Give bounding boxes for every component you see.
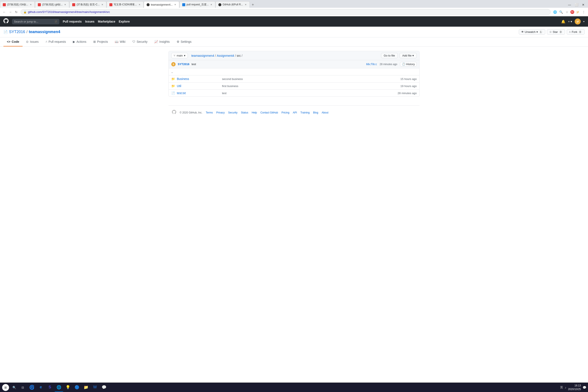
repo-name-link[interactable]: teamassignmen4 [29, 30, 60, 34]
file-row-util: 📁 Util first business 19 hours ago [169, 82, 419, 90]
tab-close-5[interactable]: ✕ [174, 4, 176, 6]
back-button[interactable]: ← [2, 10, 7, 14]
fork-icon: ⑃ [569, 30, 571, 34]
star-count: 0 [559, 30, 563, 34]
tab-favicon-2 [38, 3, 41, 6]
repo-actions: 👁 Unwatch ▾ 1 ☆ Star 0 ⑃ Fork 0 [519, 29, 584, 34]
tab-5[interactable]: teamassignmen4... ✕ [144, 1, 179, 8]
tab-security[interactable]: 🛡 Security [129, 38, 151, 46]
footer-contact-github[interactable]: Contact GitHub [260, 111, 278, 114]
menu-icon[interactable]: ⋮ [581, 10, 586, 14]
repo-owner-link[interactable]: SYT2016 [9, 30, 25, 34]
branch-chevron: ▾ [184, 54, 186, 57]
parent-dir-row[interactable]: .. [169, 68, 419, 76]
file-time-testtxt: 28 minutes ago [398, 92, 417, 95]
tab-close-4[interactable]: ✕ [138, 4, 141, 6]
tab-pull-requests[interactable]: ⑃ Pull requests [42, 38, 70, 46]
footer-security[interactable]: Security [228, 111, 238, 114]
search-icon[interactable]: 🔍 [558, 10, 564, 14]
history-button[interactable]: 🕐 History [400, 62, 417, 66]
tab-close-2[interactable]: ✕ [64, 4, 66, 6]
tab-favicon-6 [182, 3, 185, 6]
search-box[interactable]: Search or jump to... / [12, 19, 59, 24]
close-button[interactable]: ✕ [580, 2, 586, 8]
settings-icon: ⚙ [177, 40, 180, 44]
tab-insights[interactable]: 📈 Insights [151, 38, 173, 46]
minimize-button[interactable]: — [566, 2, 572, 8]
tab-close-3[interactable]: ✕ [101, 4, 104, 6]
file-name-testtxt[interactable]: test.txt [177, 91, 220, 95]
github-nav: Pull requests Issues Marketplace Explore [63, 20, 130, 23]
path-assignment4[interactable]: Assignment4 [217, 54, 234, 58]
nav-pull-requests[interactable]: Pull requests [63, 20, 82, 23]
bookmark-icon[interactable]: ☆ [564, 10, 570, 14]
commit-time: 28 minutes ago [380, 63, 397, 66]
tab-favicon-4 [110, 3, 112, 6]
tab-6[interactable]: pull request_百度... ✕ [180, 1, 215, 8]
footer-github-logo [172, 110, 176, 115]
footer-copyright: © 2020 GitHub, Inc. [180, 111, 202, 114]
tab-7[interactable]: GitHub 的Pull R... ✕ [216, 1, 250, 8]
browser-chrome: (37条消息) Git创... ✕ (37条消息) git创... ✕ (37条… [0, 0, 588, 16]
user-menu-chevron[interactable]: ▾ [583, 20, 584, 23]
tab-actions[interactable]: ▶ Actions [70, 38, 90, 46]
file-time-util: 19 hours ago [400, 84, 417, 88]
tab-close-6[interactable]: ✕ [210, 4, 212, 6]
go-to-file-button[interactable]: Go to file [381, 53, 398, 58]
tab-label-4: 写文章-CSDN博客... [114, 3, 137, 6]
nav-issues[interactable]: Issues [85, 20, 94, 23]
commit-author-link[interactable]: SYT2016 [178, 62, 189, 66]
file-name-business[interactable]: Business [177, 77, 220, 80]
forward-button[interactable]: → [8, 10, 13, 14]
tab-2[interactable]: (37条消息) git创... ✕ [35, 1, 69, 8]
tab-wiki[interactable]: 📖 Wiki [111, 38, 129, 46]
main-content: ⑂ main ▾ teamassignmen4 / Assignment4 / … [165, 47, 423, 124]
add-file-button[interactable]: Add file ▾ [400, 53, 417, 58]
footer-training[interactable]: Training [300, 111, 310, 114]
tab-wiki-label: Wiki [120, 40, 125, 44]
notification-bell-icon[interactable]: 🔔 [561, 20, 566, 24]
profile-icon[interactable]: yt [575, 10, 580, 14]
file-browser: ⑂ main ▾ teamassignmen4 / Assignment4 / … [168, 51, 420, 97]
code-icon: <> [7, 40, 10, 44]
tab-projects[interactable]: ⊞ Projects [90, 38, 112, 46]
tab-4[interactable]: 写文章-CSDN博客... ✕ [106, 1, 144, 8]
reload-button[interactable]: ↻ [14, 10, 19, 14]
footer-privacy[interactable]: Privacy [216, 111, 224, 114]
tab-settings[interactable]: ⚙ Settings [173, 38, 195, 46]
footer-status[interactable]: Status [241, 111, 248, 114]
tab-close-1[interactable]: ✕ [30, 4, 32, 6]
new-tab-button[interactable]: + [250, 2, 256, 8]
github-logo[interactable] [4, 18, 8, 25]
path-teamassignmen4[interactable]: teamassignmen4 [191, 54, 214, 58]
maximize-button[interactable]: ⬜ [574, 2, 580, 8]
watch-button[interactable]: 👁 Unwatch ▾ 1 [519, 29, 545, 34]
file-row-business: 📁 Business second business 15 hours ago [169, 76, 419, 82]
tab-1[interactable]: (37条消息) Git创... ✕ [0, 1, 35, 8]
file-name-util[interactable]: Util [177, 84, 220, 88]
footer-about[interactable]: About [322, 111, 328, 114]
footer-blog[interactable]: Blog [313, 111, 318, 114]
translate-icon[interactable]: 🌐 [552, 10, 558, 14]
tab-actions: — ⬜ ✕ [566, 2, 588, 8]
tab-favicon-3 [72, 3, 75, 6]
star-button[interactable]: ☆ Star 0 [547, 29, 565, 34]
tab-close-7[interactable]: ✕ [244, 4, 247, 6]
footer-terms[interactable]: Terms [206, 111, 213, 114]
branch-selector[interactable]: ⑂ main ▾ [171, 53, 188, 58]
tab-label-5: teamassignmen4... [151, 3, 172, 6]
tab-issues[interactable]: ⊙ Issues [22, 38, 42, 46]
commit-hash[interactable]: 66cf8cc [366, 63, 377, 66]
footer-help[interactable]: Help [252, 111, 257, 114]
footer-api[interactable]: API [293, 111, 297, 114]
footer-pricing[interactable]: Pricing [282, 111, 290, 114]
user-avatar[interactable]: yt [575, 18, 581, 24]
tab-3[interactable]: (37条消息) 首页-C... ✕ [70, 1, 106, 8]
url-bar[interactable]: 🔒 github.com/SYT2016/teamassignmen4/tree… [21, 9, 550, 15]
nav-explore[interactable]: Explore [119, 20, 130, 23]
create-new-button[interactable]: + ▾ [568, 20, 572, 23]
footer-links: Terms Privacy Security Status Help Conta… [206, 111, 328, 114]
fork-button[interactable]: ⑃ Fork 0 [567, 29, 584, 34]
nav-marketplace[interactable]: Marketplace [98, 20, 116, 23]
tab-code[interactable]: <> Code [4, 38, 22, 46]
